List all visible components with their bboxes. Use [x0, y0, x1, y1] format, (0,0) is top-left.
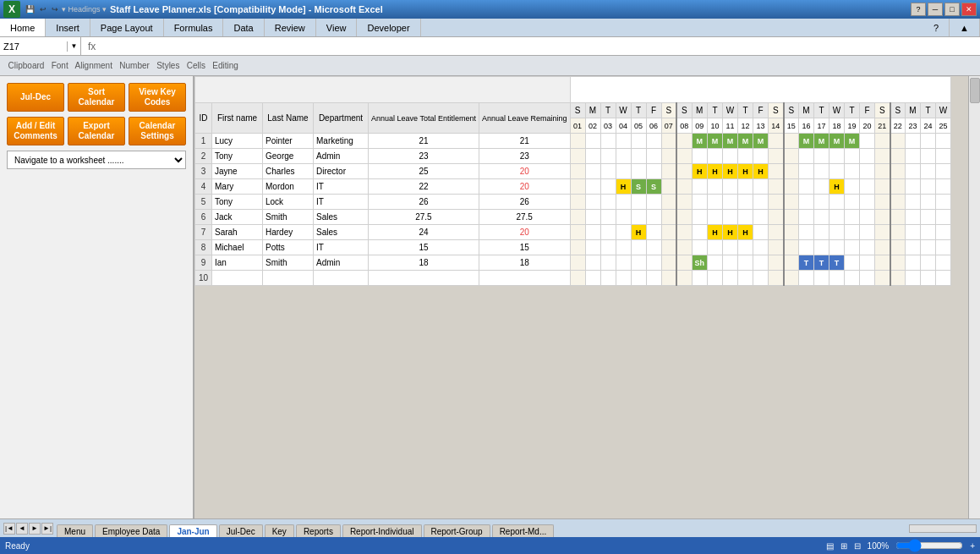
day-cell[interactable]: [646, 149, 661, 164]
day-cell[interactable]: [661, 271, 676, 286]
day-cell[interactable]: [676, 134, 692, 149]
tab-view[interactable]: View: [316, 19, 358, 36]
day-cell[interactable]: [646, 195, 661, 210]
day-cell[interactable]: [676, 164, 692, 179]
day-cell[interactable]: [769, 240, 784, 255]
tab-page-layout[interactable]: Page Layout: [90, 19, 164, 36]
day-cell[interactable]: [585, 225, 600, 240]
day-cell[interactable]: [936, 195, 951, 210]
day-cell[interactable]: [585, 271, 600, 286]
day-cell[interactable]: [692, 195, 708, 210]
day-cell[interactable]: [936, 179, 951, 195]
day-cell[interactable]: [738, 255, 753, 271]
close-btn[interactable]: ✕: [961, 3, 977, 16]
sheet-first-btn[interactable]: |◄: [3, 523, 15, 535]
day-cell[interactable]: [860, 164, 875, 179]
day-cell[interactable]: [769, 271, 784, 286]
day-cell[interactable]: [845, 195, 860, 210]
day-cell[interactable]: [616, 195, 631, 210]
day-cell[interactable]: [616, 271, 631, 286]
day-cell[interactable]: M: [829, 134, 845, 149]
day-cell[interactable]: [570, 271, 585, 286]
day-cell[interactable]: H: [723, 225, 738, 240]
day-cell[interactable]: M: [738, 134, 753, 149]
day-cell[interactable]: T: [829, 255, 845, 271]
sheet-tab-report-individual[interactable]: Report-Individual: [342, 524, 422, 538]
day-cell[interactable]: [676, 225, 692, 240]
day-cell[interactable]: S: [646, 179, 661, 195]
day-cell[interactable]: [646, 210, 661, 225]
maximize-btn[interactable]: □: [944, 3, 960, 16]
day-cell[interactable]: [692, 271, 708, 286]
day-cell[interactable]: [753, 195, 769, 210]
day-cell[interactable]: [906, 240, 921, 255]
day-cell[interactable]: [845, 240, 860, 255]
formula-input[interactable]: [102, 41, 980, 52]
sheet-tab-jan-jun[interactable]: Jan-Jun: [169, 524, 216, 538]
day-cell[interactable]: [906, 195, 921, 210]
day-cell[interactable]: [875, 271, 890, 286]
tab-review[interactable]: Review: [265, 19, 316, 36]
day-cell[interactable]: [799, 164, 814, 179]
day-cell[interactable]: [906, 210, 921, 225]
view-layout-icon[interactable]: ⊞: [840, 541, 847, 551]
jul-dec-button[interactable]: Jul-Dec: [7, 83, 64, 112]
headings-dropdown[interactable]: ▾ Headings ▾: [62, 5, 107, 14]
day-cell[interactable]: [875, 195, 890, 210]
day-cell[interactable]: [890, 240, 906, 255]
day-cell[interactable]: [875, 210, 890, 225]
tab-home[interactable]: Home: [0, 19, 46, 36]
name-box[interactable]: Z17: [0, 41, 68, 52]
day-cell[interactable]: H: [708, 164, 723, 179]
day-cell[interactable]: [676, 240, 692, 255]
day-cell[interactable]: [661, 225, 676, 240]
day-cell[interactable]: [738, 179, 753, 195]
day-cell[interactable]: [936, 164, 951, 179]
day-cell[interactable]: H: [692, 164, 708, 179]
day-cell[interactable]: [616, 255, 631, 271]
day-cell[interactable]: [708, 255, 723, 271]
day-cell[interactable]: [829, 195, 845, 210]
day-cell[interactable]: [936, 255, 951, 271]
day-cell[interactable]: [585, 164, 600, 179]
day-cell[interactable]: M: [799, 134, 814, 149]
day-cell[interactable]: T: [814, 255, 829, 271]
add-edit-comments-button[interactable]: Add / EditComments: [7, 117, 64, 145]
day-cell[interactable]: [600, 210, 616, 225]
day-cell[interactable]: [769, 225, 784, 240]
day-cell[interactable]: [890, 195, 906, 210]
day-cell[interactable]: [890, 164, 906, 179]
day-cell[interactable]: [784, 179, 799, 195]
day-cell[interactable]: [661, 134, 676, 149]
day-cell[interactable]: [875, 240, 890, 255]
day-cell[interactable]: [860, 225, 875, 240]
day-cell[interactable]: [769, 255, 784, 271]
day-cell[interactable]: [753, 149, 769, 164]
day-cell[interactable]: [906, 134, 921, 149]
day-cell[interactable]: [646, 225, 661, 240]
day-cell[interactable]: [845, 164, 860, 179]
day-cell[interactable]: [661, 149, 676, 164]
day-cell[interactable]: [799, 240, 814, 255]
undo-qa-btn[interactable]: ↩: [38, 4, 48, 14]
day-cell[interactable]: [906, 149, 921, 164]
day-cell[interactable]: [921, 255, 936, 271]
day-cell[interactable]: [769, 179, 784, 195]
day-cell[interactable]: [676, 149, 692, 164]
day-cell[interactable]: [753, 210, 769, 225]
view-page-icon[interactable]: ⊟: [854, 541, 861, 551]
day-cell[interactable]: [753, 179, 769, 195]
day-cell[interactable]: [600, 164, 616, 179]
day-cell[interactable]: [600, 195, 616, 210]
day-cell[interactable]: [936, 271, 951, 286]
day-cell[interactable]: [890, 271, 906, 286]
day-cell[interactable]: [890, 210, 906, 225]
day-cell[interactable]: [784, 240, 799, 255]
day-cell[interactable]: [799, 271, 814, 286]
day-cell[interactable]: [829, 164, 845, 179]
day-cell[interactable]: [936, 210, 951, 225]
day-cell[interactable]: [921, 240, 936, 255]
day-cell[interactable]: [585, 210, 600, 225]
day-cell[interactable]: [585, 134, 600, 149]
view-key-codes-button[interactable]: View KeyCodes: [129, 83, 186, 112]
